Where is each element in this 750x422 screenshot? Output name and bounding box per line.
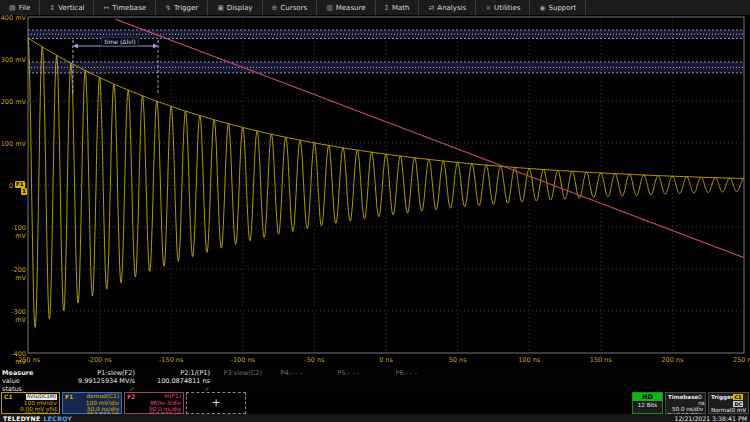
add-trace-button[interactable]: +: [186, 392, 246, 414]
x-tick-label: 200 ns: [650, 356, 694, 364]
menu-label: Measure: [336, 4, 366, 12]
trigger-title: Trigger: [711, 394, 733, 407]
menu-file[interactable]: ▤File: [0, 0, 40, 15]
timebase-title: Timebase: [668, 394, 698, 406]
vertical-menu-icon: ↕: [49, 4, 55, 12]
x-tick-label: -200 ns: [78, 356, 122, 364]
support-menu-icon: ◉: [539, 4, 545, 12]
y-tick-label: 300 mV: [0, 56, 26, 64]
x-tick-label: -150 ns: [149, 356, 193, 364]
date-time: 12/21/2021 3:38:41 PM: [674, 415, 747, 422]
x-tick-label: -250 ns: [6, 356, 50, 364]
math-f2-descriptor[interactable]: F2 ln(F1) 860e-3/div 50.0 ns/div 352.834…: [124, 392, 184, 414]
menu-label: Support: [549, 4, 577, 12]
x-tick-label: 50 ns: [436, 356, 480, 364]
menu-vertical[interactable]: ↕Vertical: [40, 0, 94, 15]
measure-value-row-label: value: [2, 377, 20, 385]
hd-bits: 12 Bits: [635, 402, 660, 408]
trigger-panel[interactable]: Trigger C1 DC Normal 0 mV Edge Positive: [708, 392, 749, 414]
y-tick-label: 400 mV: [0, 14, 26, 22]
c1-label: C1: [4, 394, 13, 400]
measure-table: Measure value status P1:slew(F2)9.991259…: [0, 368, 750, 393]
trigger-coupling-badge: DC: [733, 401, 743, 407]
f2-label: F2: [127, 394, 135, 400]
menu-measure[interactable]: ▥Measure: [317, 0, 375, 15]
menu-label: Trigger: [174, 4, 198, 12]
x-tick-label: 150 ns: [579, 356, 623, 364]
menu-label: Timebase: [112, 4, 146, 12]
cursors-menu-icon: ⊕: [272, 4, 278, 12]
menu-timebase[interactable]: ↔Timebase: [94, 0, 156, 15]
analysis-menu-icon: ⇄: [428, 4, 434, 12]
c1-coupling-badge[interactable]: AVG(DC1M): [26, 394, 57, 400]
trigger-menu-icon: ↯: [165, 4, 171, 12]
menu-label: Cursors: [280, 4, 307, 12]
y-tick-label: -300 mV: [0, 308, 26, 324]
menu-cursors[interactable]: ⊕Cursors: [263, 0, 318, 15]
waveform-plot-area: 400 mV300 mV200 mV100 mV0 mV-100 mV-200 …: [0, 15, 750, 368]
menu-utilities[interactable]: ×Utilities: [476, 0, 530, 15]
menu-label: Display: [227, 4, 253, 12]
menu-label: Analysis: [437, 4, 466, 12]
bottom-status-bar: TELEDYNELECROY 12/21/2021 3:38:41 PM: [0, 414, 750, 422]
math-f1-descriptor[interactable]: F1 demod(C1) 100 mV/div 50.0 ns/div 352.…: [62, 392, 122, 414]
delta-level-time-annotation[interactable]: time (Δlvl): [101, 37, 138, 46]
y-tick-label: -200 mV: [0, 266, 26, 282]
y-tick-label: -100 mV: [0, 224, 26, 240]
f1-function: demod(C1): [87, 394, 119, 400]
x-tick-label: 250 ns: [722, 356, 750, 364]
menu-support[interactable]: ◉Support: [530, 0, 586, 15]
c1-zero-level-marker[interactable]: 1: [21, 188, 27, 195]
x-tick-label: 100 ns: [507, 356, 551, 364]
utilities-menu-icon: ×: [485, 4, 491, 12]
x-tick-label: -50 ns: [292, 356, 336, 364]
menu-label: File: [19, 4, 31, 12]
waveform-svg: [0, 15, 750, 368]
measure-menu-icon: ▥: [326, 4, 333, 12]
menu-analysis[interactable]: ⇄Analysis: [419, 0, 476, 15]
teledyne-lecroy-logo: TELEDYNELECROY: [3, 415, 72, 422]
param-1-header[interactable]: P1:slew(F2): [55, 369, 135, 377]
measure-table-title: Measure: [2, 369, 33, 377]
timebase-menu-icon: ↔: [103, 4, 109, 12]
param-6-header[interactable]: P6:- - -: [337, 369, 417, 377]
menu-label: Vertical: [58, 4, 84, 12]
oscilloscope-screen: ▤File↕Vertical↔Timebase↯Trigger▣Display⊕…: [0, 0, 750, 422]
x-tick-label: -100 ns: [221, 356, 265, 364]
display-menu-icon: ▣: [217, 4, 224, 12]
menu-bar: ▤File↕Vertical↔Timebase↯Trigger▣Display⊕…: [0, 0, 750, 16]
hd-badge: HD: [633, 393, 662, 401]
f1-label: F1: [65, 394, 73, 400]
x-tick-label: 0 ns: [364, 356, 408, 364]
trigger-source-badge: C1: [733, 394, 742, 400]
menu-math[interactable]: ΣMath: [376, 0, 420, 15]
hd-mode-panel[interactable]: HD 12 Bits: [632, 392, 663, 414]
math-menu-icon: Σ: [385, 4, 389, 12]
menu-label: Math: [392, 4, 410, 12]
menu-label: Utilities: [494, 4, 520, 12]
f2-function: ln(F1): [164, 394, 181, 400]
timebase-panel[interactable]: Timebase 0 ns 50.0 ns/div 5 kS 10 GS/s: [665, 392, 706, 414]
param-1-value: 9.99125934 MV/s: [55, 377, 135, 385]
f2-ln-trace: [115, 19, 744, 258]
y-tick-label: 200 mV: [0, 98, 26, 106]
menu-display[interactable]: ▣Display: [208, 0, 262, 15]
channel-c1-descriptor[interactable]: C1 AVG(DC1M) 100 mV/div 0.00 mV ofst 352…: [1, 392, 60, 414]
f1-zero-level-marker[interactable]: F1: [15, 181, 25, 188]
menu-trigger[interactable]: ↯Trigger: [156, 0, 208, 15]
timebase-offset: 0 ns: [698, 394, 704, 406]
param-2-value: 100.0874811 ns: [130, 377, 210, 385]
y-tick-label: 100 mV: [0, 140, 26, 148]
file-menu-icon: ▤: [9, 4, 16, 12]
